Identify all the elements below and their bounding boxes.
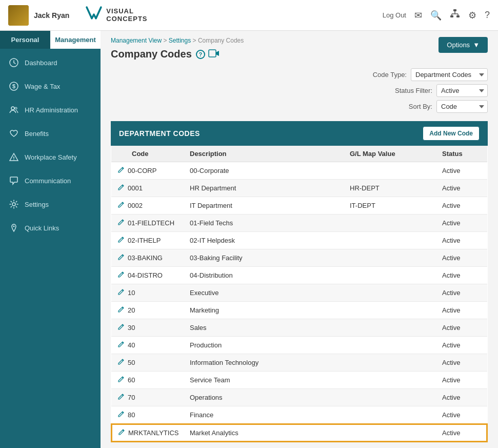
tab-management[interactable]: Management xyxy=(50,31,101,49)
cell-description: Market Analytics xyxy=(184,424,344,442)
video-icon[interactable] xyxy=(208,49,220,60)
table-row[interactable]: 0001HR DepartmentHR-DEPTActive xyxy=(111,180,487,197)
table-row[interactable]: 40ProductionActive xyxy=(111,337,487,354)
edit-icon[interactable] xyxy=(117,254,125,262)
mail-icon[interactable]: ✉ xyxy=(414,10,422,21)
edit-icon[interactable] xyxy=(117,393,125,402)
chevron-down-icon: ▼ xyxy=(473,41,480,49)
user-name: Jack Ryan xyxy=(34,11,69,20)
cell-description: Operations xyxy=(184,389,344,406)
cell-code: 70 xyxy=(128,394,135,401)
breadcrumb-management[interactable]: Management View xyxy=(111,37,162,44)
avatar xyxy=(8,5,29,26)
logo-icon xyxy=(85,4,103,27)
edit-icon[interactable] xyxy=(117,184,125,192)
cell-gl xyxy=(344,267,436,284)
table-row[interactable]: 10ExecutiveActive xyxy=(111,284,487,302)
logo-text: VISUAL CONCEPTS xyxy=(106,8,147,23)
edit-icon[interactable] xyxy=(117,358,125,367)
pin-icon xyxy=(8,222,19,233)
breadcrumb-settings[interactable]: Settings xyxy=(169,37,191,44)
cell-gl xyxy=(344,302,436,319)
cell-gl xyxy=(344,389,436,406)
cell-gl xyxy=(344,406,436,424)
tab-personal[interactable]: Personal xyxy=(0,31,50,49)
cell-gl xyxy=(344,232,436,249)
sidebar-item-dashboard[interactable]: Dashboard xyxy=(0,51,101,74)
table-row[interactable]: 00-CORP00-CorporateActive xyxy=(111,162,487,180)
org-chart-icon[interactable] xyxy=(450,9,460,22)
cell-description: HR Department xyxy=(184,180,344,197)
sidebar-item-hr-admin[interactable]: HR Administration xyxy=(0,98,101,122)
table-row[interactable]: 20MarketingActive xyxy=(111,302,487,319)
search-icon[interactable]: 🔍 xyxy=(430,10,442,21)
sidebar-item-label: Communication xyxy=(25,177,71,185)
edit-icon[interactable] xyxy=(117,271,125,280)
header: Jack Ryan VISUAL CONCEPTS Log Out ✉ 🔍 xyxy=(0,0,498,31)
table-row[interactable]: 01-FIELDTECH01-Field TechsActive xyxy=(111,215,487,232)
warning-icon xyxy=(8,151,19,163)
code-type-label: Code Type: xyxy=(373,71,407,79)
table-header-row: Code Description G/L Map Value Status xyxy=(111,146,487,162)
cell-gl xyxy=(344,372,436,389)
cell-description: 00-Corporate xyxy=(184,162,344,180)
cell-status: Active xyxy=(436,215,487,232)
edit-icon[interactable] xyxy=(117,219,125,227)
table-row[interactable]: 0002IT DepartmentIT-DEPTActive xyxy=(111,197,487,215)
table-row[interactable]: MRKTANLYTICSMarket AnalyticsActive xyxy=(111,424,487,442)
cell-code: 10 xyxy=(128,289,135,297)
cell-gl xyxy=(344,354,436,372)
sidebar-item-settings[interactable]: Settings xyxy=(0,192,101,216)
sort-by-select[interactable]: Code Description Status xyxy=(436,100,488,113)
col-header-description: Description xyxy=(184,146,344,162)
sidebar-item-communication[interactable]: Communication xyxy=(0,169,101,192)
department-codes-table: Code Description G/L Map Value Status 00… xyxy=(111,146,488,442)
options-button[interactable]: Options ▼ xyxy=(439,37,488,53)
svg-rect-16 xyxy=(209,50,216,57)
table-row[interactable]: 50Information TechnologyActive xyxy=(111,354,487,372)
edit-icon[interactable] xyxy=(117,288,125,297)
cell-code: 0002 xyxy=(128,202,143,209)
help-icon[interactable]: ? xyxy=(485,10,490,21)
cell-gl xyxy=(344,284,436,302)
dollar-icon: $ xyxy=(8,81,19,92)
edit-icon[interactable] xyxy=(117,236,125,245)
add-new-code-button[interactable]: Add New Code xyxy=(423,126,480,141)
table-row[interactable]: 70OperationsActive xyxy=(111,389,487,406)
edit-icon[interactable] xyxy=(117,306,125,315)
sort-by-label: Sort By: xyxy=(409,103,432,110)
sidebar-item-wage-tax[interactable]: $ Wage & Tax xyxy=(0,74,101,98)
sidebar-item-benefits[interactable]: Benefits xyxy=(0,122,101,145)
sidebar-item-workplace-safety[interactable]: Workplace Safety xyxy=(0,145,101,169)
edit-icon[interactable] xyxy=(117,376,125,384)
cell-status: Active xyxy=(436,180,487,197)
edit-icon[interactable] xyxy=(117,341,125,349)
sidebar: Personal Management Dashboard xyxy=(0,31,101,448)
cell-code: 00-CORP xyxy=(128,167,156,174)
table-row[interactable]: 80FinanceActive xyxy=(111,406,487,424)
logo-area: VISUAL CONCEPTS xyxy=(85,4,147,27)
help-circle-icon[interactable]: ? xyxy=(196,50,205,59)
edit-icon[interactable] xyxy=(117,323,125,332)
cell-status: Active xyxy=(436,337,487,354)
table-row[interactable]: 04-DISTRO04-DistributionActive xyxy=(111,267,487,284)
table-row[interactable]: 30SalesActive xyxy=(111,319,487,337)
svg-point-15 xyxy=(13,226,15,227)
table-row[interactable]: 02-ITHELP02-IT HelpdeskActive xyxy=(111,232,487,249)
sidebar-item-quick-links[interactable]: Quick Links xyxy=(0,216,101,240)
logout-button[interactable]: Log Out xyxy=(383,11,406,19)
dashboard-icon xyxy=(8,57,19,68)
table-row[interactable]: 60Service TeamActive xyxy=(111,372,487,389)
edit-icon[interactable] xyxy=(117,201,125,210)
edit-icon[interactable] xyxy=(117,411,125,419)
edit-icon[interactable] xyxy=(117,166,125,175)
table-row[interactable]: 03-BAKING03-Baking FacilityActive xyxy=(111,249,487,267)
edit-icon[interactable] xyxy=(118,428,125,437)
col-header-gl: G/L Map Value xyxy=(344,146,436,162)
code-type-select[interactable]: Department Codes Job Codes Location Code… xyxy=(411,68,488,81)
settings-icon[interactable]: ⚙ xyxy=(468,10,476,21)
status-filter-select[interactable]: Active Inactive All xyxy=(436,84,488,97)
cell-gl xyxy=(344,424,436,442)
logo-line2: CONCEPTS xyxy=(106,15,147,23)
cell-status: Active xyxy=(436,284,487,302)
